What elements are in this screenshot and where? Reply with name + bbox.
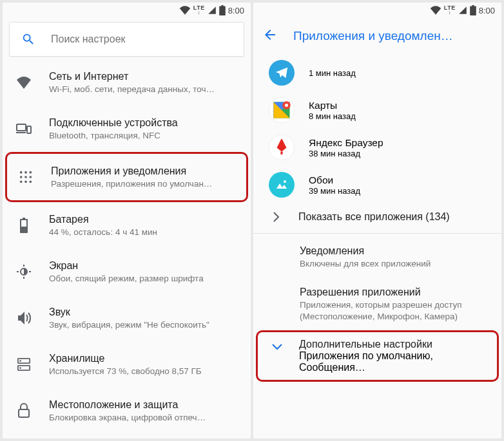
setting-apps-notifications[interactable]: Приложения и уведомленияРазрешения, прил… <box>7 154 246 200</box>
svg-point-10 <box>24 181 27 183</box>
section-permissions[interactable]: Разрешения приложений Приложения, которы… <box>253 277 501 330</box>
apps-notifications-screen: LTE↕ 8:00 Приложения и уведомлен… 1 мин … <box>253 3 501 438</box>
signal-icon <box>458 6 467 15</box>
apps-list: 1 мин назад Карты8 мин назад Яндекс Брау… <box>253 54 501 438</box>
svg-rect-1 <box>27 126 31 133</box>
svg-point-8 <box>30 176 32 178</box>
highlight-apps: Приложения и уведомленияРазрешения, прил… <box>5 152 248 202</box>
svg-point-5 <box>30 171 32 174</box>
svg-point-20 <box>19 360 21 362</box>
settings-main-screen: LTE↕ 8:00 Поиск настроек Сеть и Интернет… <box>3 3 251 438</box>
setting-battery[interactable]: Батарея44 %, осталось: 4 ч 41 мин <box>3 202 251 249</box>
svg-point-6 <box>20 176 23 178</box>
recent-app-yandex[interactable]: Яндекс Браузер38 мин назад <box>253 129 501 166</box>
arrow-back-icon <box>262 27 278 42</box>
clock: 8:00 <box>228 6 244 15</box>
page-title: Приложения и уведомлен… <box>293 29 453 43</box>
brightness-icon <box>15 263 32 280</box>
svg-point-3 <box>20 171 23 174</box>
signal-icon <box>208 6 217 15</box>
svg-point-7 <box>24 176 27 178</box>
maps-icon <box>269 97 295 123</box>
recent-app-maps[interactable]: Карты8 мин назад <box>253 91 501 129</box>
apps-icon <box>17 169 34 185</box>
battery-icon <box>15 217 32 234</box>
setting-network[interactable]: Сеть и ИнтернетWi-Fi, моб. сети, передач… <box>3 59 251 106</box>
chevron-down-icon <box>272 341 282 353</box>
yandex-icon <box>269 135 295 160</box>
recent-app-wallpapers[interactable]: Обои39 мин назад <box>253 166 501 203</box>
wifi-icon <box>430 6 441 15</box>
svg-point-25 <box>284 180 286 183</box>
battery-icon <box>470 5 476 15</box>
svg-point-4 <box>24 171 27 174</box>
setting-storage[interactable]: ХранилищеИспользуется 73 %, свободно 8,5… <box>3 341 251 388</box>
back-button[interactable] <box>262 27 278 45</box>
storage-icon <box>15 356 32 373</box>
lte-indicator: LTE↕ <box>193 5 205 15</box>
divider <box>253 233 501 234</box>
advanced-settings[interactable]: Дополнительные настройки Приложения по у… <box>258 332 497 380</box>
devices-icon <box>15 120 32 137</box>
telegram-icon <box>269 60 295 86</box>
search-icon <box>21 32 35 46</box>
lte-indicator: LTE↕ <box>444 5 456 15</box>
status-bar: LTE↕ 8:00 <box>253 3 501 18</box>
wallpapers-icon <box>269 172 295 198</box>
svg-point-21 <box>19 367 21 369</box>
wifi-icon <box>179 6 191 15</box>
svg-point-24 <box>285 104 288 107</box>
svg-point-9 <box>20 181 23 183</box>
section-notifications[interactable]: Уведомления Включены для всех приложений <box>253 236 501 277</box>
svg-rect-0 <box>17 124 26 131</box>
svg-rect-22 <box>19 409 29 417</box>
recent-app-telegram[interactable]: 1 мин назад <box>253 54 501 91</box>
chevron-right-icon <box>273 212 279 222</box>
setting-sound[interactable]: ЗвукЗвук, вибрация, режим "Не беспокоить… <box>3 295 251 341</box>
status-bar: LTE↕ 8:00 <box>3 3 251 18</box>
setting-connected-devices[interactable]: Подключенные устройстваBluetooth, трансл… <box>3 106 251 152</box>
search-placeholder: Поиск настроек <box>51 33 126 45</box>
highlight-advanced: Дополнительные настройки Приложения по у… <box>256 330 499 382</box>
show-all-apps[interactable]: Показать все приложения (134) <box>253 203 501 230</box>
sound-icon <box>15 310 32 326</box>
battery-icon <box>219 5 226 15</box>
app-bar: Приложения и уведомлен… <box>253 18 501 54</box>
setting-display[interactable]: ЭкранОбои, спящий режим, размер шрифта <box>3 249 251 295</box>
clock: 8:00 <box>479 6 495 15</box>
lock-icon <box>15 402 32 419</box>
settings-list: Сеть и ИнтернетWi-Fi, моб. сети, передач… <box>3 59 251 438</box>
search-settings[interactable]: Поиск настроек <box>9 22 244 57</box>
setting-security[interactable]: Местоположение и защитаБлокировка экрана… <box>3 388 251 434</box>
svg-rect-12 <box>21 220 26 227</box>
wifi-icon <box>15 74 32 91</box>
svg-point-11 <box>30 181 32 183</box>
